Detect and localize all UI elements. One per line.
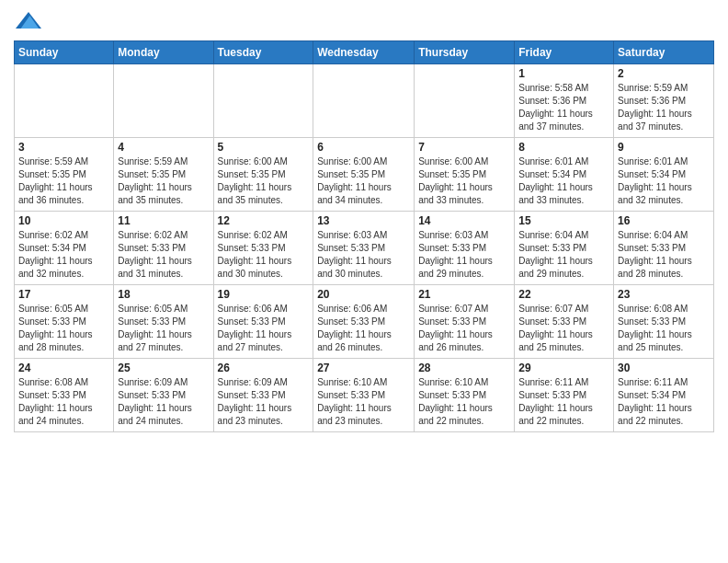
day-number: 11 [118, 214, 209, 227]
day-info: Sunrise: 6:11 AM Sunset: 5:34 PM Dayligh… [618, 376, 710, 428]
calendar-cell: 21Sunrise: 6:07 AM Sunset: 5:33 PM Dayli… [415, 285, 515, 359]
day-number: 5 [218, 141, 310, 154]
day-number: 21 [418, 288, 510, 301]
day-info: Sunrise: 6:10 AM Sunset: 5:33 PM Dayligh… [418, 376, 510, 428]
day-info: Sunrise: 6:01 AM Sunset: 5:34 PM Dayligh… [518, 155, 609, 207]
day-number: 8 [518, 141, 609, 154]
day-number: 15 [518, 214, 609, 227]
day-number: 10 [18, 214, 109, 227]
weekday-thursday: Thursday [415, 41, 515, 64]
calendar-cell: 11Sunrise: 6:02 AM Sunset: 5:33 PM Dayli… [114, 212, 213, 285]
day-info: Sunrise: 6:06 AM Sunset: 5:33 PM Dayligh… [218, 303, 310, 354]
day-info: Sunrise: 6:03 AM Sunset: 5:33 PM Dayligh… [317, 229, 410, 281]
day-info: Sunrise: 6:05 AM Sunset: 5:33 PM Dayligh… [18, 303, 109, 354]
day-number: 28 [418, 362, 510, 374]
weekday-sunday: Sunday [15, 41, 114, 64]
calendar-cell: 18Sunrise: 6:05 AM Sunset: 5:33 PM Dayli… [114, 285, 213, 359]
day-info: Sunrise: 6:08 AM Sunset: 5:33 PM Dayligh… [618, 303, 710, 354]
calendar-cell: 20Sunrise: 6:06 AM Sunset: 5:33 PM Dayli… [313, 285, 415, 359]
day-info: Sunrise: 5:59 AM Sunset: 5:35 PM Dayligh… [118, 155, 209, 207]
day-number: 7 [418, 141, 510, 154]
day-info: Sunrise: 5:59 AM Sunset: 5:36 PM Dayligh… [618, 82, 710, 133]
calendar-cell: 28Sunrise: 6:10 AM Sunset: 5:33 PM Dayli… [415, 359, 515, 432]
calendar-cell: 12Sunrise: 6:02 AM Sunset: 5:33 PM Dayli… [213, 212, 313, 285]
week-row-2: 3Sunrise: 5:59 AM Sunset: 5:35 PM Daylig… [15, 138, 714, 212]
day-number: 20 [317, 288, 410, 301]
day-number: 4 [118, 141, 209, 154]
day-info: Sunrise: 6:00 AM Sunset: 5:35 PM Dayligh… [418, 155, 510, 207]
calendar-cell: 22Sunrise: 6:07 AM Sunset: 5:33 PM Dayli… [515, 285, 614, 359]
week-row-3: 10Sunrise: 6:02 AM Sunset: 5:34 PM Dayli… [15, 212, 714, 285]
day-info: Sunrise: 6:07 AM Sunset: 5:33 PM Dayligh… [418, 303, 510, 354]
page: SundayMondayTuesdayWednesdayThursdayFrid… [0, 0, 728, 446]
day-info: Sunrise: 6:02 AM Sunset: 5:33 PM Dayligh… [118, 229, 209, 281]
day-number: 24 [18, 362, 109, 374]
day-number: 16 [618, 214, 710, 227]
day-info: Sunrise: 6:09 AM Sunset: 5:33 PM Dayligh… [118, 376, 209, 428]
day-info: Sunrise: 6:08 AM Sunset: 5:33 PM Dayligh… [18, 376, 109, 428]
day-info: Sunrise: 6:04 AM Sunset: 5:33 PM Dayligh… [518, 229, 609, 281]
day-info: Sunrise: 6:00 AM Sunset: 5:35 PM Dayligh… [218, 155, 310, 207]
calendar-cell [114, 64, 213, 138]
calendar-cell: 26Sunrise: 6:09 AM Sunset: 5:33 PM Dayli… [213, 359, 313, 432]
calendar-cell: 9Sunrise: 6:01 AM Sunset: 5:34 PM Daylig… [614, 138, 714, 212]
day-number: 13 [317, 214, 410, 227]
calendar-cell: 7Sunrise: 6:00 AM Sunset: 5:35 PM Daylig… [415, 138, 515, 212]
day-number: 14 [418, 214, 510, 227]
day-number: 27 [317, 362, 410, 374]
day-number: 1 [518, 67, 609, 80]
calendar-cell: 6Sunrise: 6:00 AM Sunset: 5:35 PM Daylig… [313, 138, 415, 212]
day-info: Sunrise: 6:07 AM Sunset: 5:33 PM Dayligh… [518, 303, 609, 354]
calendar-cell: 13Sunrise: 6:03 AM Sunset: 5:33 PM Dayli… [313, 212, 415, 285]
week-row-4: 17Sunrise: 6:05 AM Sunset: 5:33 PM Dayli… [15, 285, 714, 359]
day-info: Sunrise: 6:01 AM Sunset: 5:34 PM Dayligh… [618, 155, 710, 207]
day-number: 6 [317, 141, 410, 154]
calendar-cell: 5Sunrise: 6:00 AM Sunset: 5:35 PM Daylig… [213, 138, 313, 212]
calendar: SundayMondayTuesdayWednesdayThursdayFrid… [14, 40, 714, 432]
calendar-cell: 2Sunrise: 5:59 AM Sunset: 5:36 PM Daylig… [614, 64, 714, 138]
day-number: 22 [518, 288, 609, 301]
weekday-friday: Friday [515, 41, 614, 64]
day-info: Sunrise: 6:10 AM Sunset: 5:33 PM Dayligh… [317, 376, 410, 428]
calendar-cell: 3Sunrise: 5:59 AM Sunset: 5:35 PM Daylig… [15, 138, 114, 212]
day-info: Sunrise: 6:02 AM Sunset: 5:34 PM Dayligh… [18, 229, 109, 281]
calendar-cell: 14Sunrise: 6:03 AM Sunset: 5:33 PM Dayli… [415, 212, 515, 285]
day-number: 26 [218, 362, 310, 374]
day-number: 18 [118, 288, 209, 301]
day-number: 9 [618, 141, 710, 154]
day-info: Sunrise: 6:09 AM Sunset: 5:33 PM Dayligh… [218, 376, 310, 428]
weekday-monday: Monday [114, 41, 213, 64]
calendar-cell: 15Sunrise: 6:04 AM Sunset: 5:33 PM Dayli… [515, 212, 614, 285]
calendar-cell: 23Sunrise: 6:08 AM Sunset: 5:33 PM Dayli… [614, 285, 714, 359]
day-info: Sunrise: 6:05 AM Sunset: 5:33 PM Dayligh… [118, 303, 209, 354]
day-number: 25 [118, 362, 209, 374]
calendar-cell: 1Sunrise: 5:58 AM Sunset: 5:36 PM Daylig… [515, 64, 614, 138]
weekday-wednesday: Wednesday [313, 41, 415, 64]
header [14, 9, 714, 33]
logo [14, 9, 41, 33]
day-number: 29 [518, 362, 609, 374]
calendar-cell: 24Sunrise: 6:08 AM Sunset: 5:33 PM Dayli… [15, 359, 114, 432]
day-number: 12 [218, 214, 310, 227]
calendar-cell [213, 64, 313, 138]
weekday-tuesday: Tuesday [213, 41, 313, 64]
day-info: Sunrise: 6:11 AM Sunset: 5:33 PM Dayligh… [518, 376, 609, 428]
day-info: Sunrise: 6:06 AM Sunset: 5:33 PM Dayligh… [317, 303, 410, 354]
calendar-cell: 30Sunrise: 6:11 AM Sunset: 5:34 PM Dayli… [614, 359, 714, 432]
week-row-5: 24Sunrise: 6:08 AM Sunset: 5:33 PM Dayli… [15, 359, 714, 432]
calendar-cell [313, 64, 415, 138]
calendar-cell: 19Sunrise: 6:06 AM Sunset: 5:33 PM Dayli… [213, 285, 313, 359]
day-info: Sunrise: 6:00 AM Sunset: 5:35 PM Dayligh… [317, 155, 410, 207]
day-number: 19 [218, 288, 310, 301]
calendar-cell: 17Sunrise: 6:05 AM Sunset: 5:33 PM Dayli… [15, 285, 114, 359]
day-info: Sunrise: 6:03 AM Sunset: 5:33 PM Dayligh… [418, 229, 510, 281]
day-number: 3 [18, 141, 109, 154]
logo-icon [16, 7, 41, 33]
weekday-header-row: SundayMondayTuesdayWednesdayThursdayFrid… [15, 41, 714, 64]
day-number: 2 [618, 67, 710, 80]
day-info: Sunrise: 5:59 AM Sunset: 5:35 PM Dayligh… [18, 155, 109, 207]
calendar-cell [15, 64, 114, 138]
calendar-cell: 29Sunrise: 6:11 AM Sunset: 5:33 PM Dayli… [515, 359, 614, 432]
calendar-cell: 16Sunrise: 6:04 AM Sunset: 5:33 PM Dayli… [614, 212, 714, 285]
day-number: 30 [618, 362, 710, 374]
